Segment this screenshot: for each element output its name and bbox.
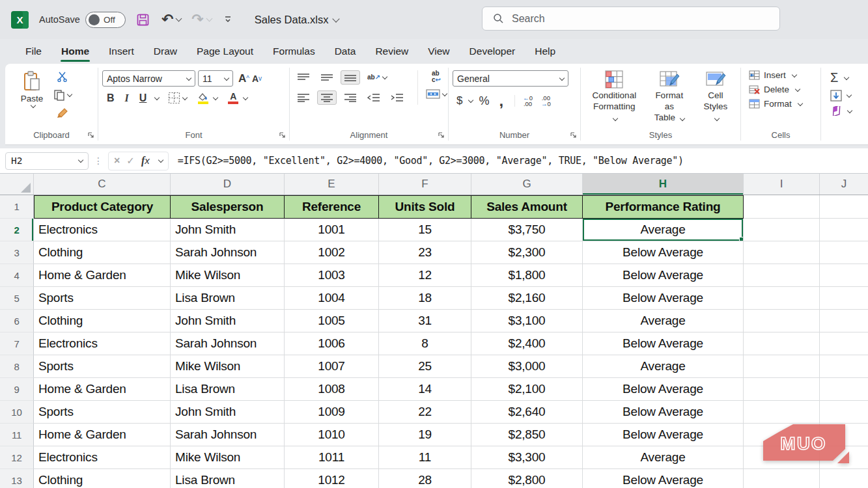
number-dialog-launcher[interactable] xyxy=(570,129,577,141)
enter-button[interactable]: ✓ xyxy=(126,155,135,167)
insert-cells-button[interactable]: Insert xyxy=(749,70,802,80)
cell[interactable] xyxy=(744,469,820,488)
underline-dropdown-icon[interactable] xyxy=(154,94,160,100)
column-header[interactable]: H xyxy=(583,174,744,195)
cell[interactable] xyxy=(820,264,868,287)
cell[interactable]: Below Average xyxy=(583,401,744,424)
select-all-button[interactable] xyxy=(0,174,34,195)
tab-file[interactable]: File xyxy=(16,39,51,64)
cell[interactable]: 1005 xyxy=(285,310,379,332)
cell[interactable] xyxy=(744,378,820,401)
row-header[interactable]: 5 xyxy=(0,287,34,310)
cell[interactable] xyxy=(744,401,820,424)
font-size-combo[interactable]: 11 xyxy=(198,70,233,87)
cell[interactable]: $2,640 xyxy=(471,401,583,424)
row-header[interactable]: 10 xyxy=(0,401,34,424)
document-title[interactable]: Sales Data.xlsx xyxy=(255,14,339,26)
cell[interactable]: Below Average xyxy=(583,332,744,355)
align-top-button[interactable] xyxy=(294,70,313,85)
header-cell[interactable]: Performance Rating xyxy=(583,195,744,219)
fill-button[interactable] xyxy=(830,90,851,102)
row-header[interactable]: 3 xyxy=(0,241,34,264)
cell[interactable]: 1006 xyxy=(285,332,379,355)
decrease-indent-button[interactable] xyxy=(364,90,384,105)
row-header[interactable]: 13 xyxy=(0,469,34,488)
decrease-decimal-button[interactable]: .00→0 xyxy=(538,95,554,107)
header-cell[interactable]: Product Category xyxy=(34,195,171,219)
cell[interactable]: 15 xyxy=(379,219,471,241)
copy-button[interactable] xyxy=(53,88,72,102)
cell[interactable]: $3,100 xyxy=(471,310,583,332)
cell-styles-button[interactable]: Cell Styles xyxy=(695,69,736,123)
cell[interactable] xyxy=(744,287,820,310)
borders-button[interactable] xyxy=(168,92,187,104)
column-header[interactable]: I xyxy=(744,174,820,195)
cell[interactable] xyxy=(744,195,820,219)
insert-dropdown-icon[interactable] xyxy=(792,72,797,77)
percent-button[interactable]: % xyxy=(475,94,493,108)
cell[interactable]: Electronics xyxy=(34,332,171,355)
cell[interactable] xyxy=(820,219,868,241)
cancel-button[interactable]: × xyxy=(114,155,120,167)
cell[interactable]: 23 xyxy=(379,241,471,264)
cell[interactable]: Clothing xyxy=(34,310,171,332)
underline-button[interactable]: U xyxy=(135,92,152,104)
row-header[interactable]: 1 xyxy=(0,195,34,219)
header-cell[interactable]: Salesperson xyxy=(171,195,285,219)
cell[interactable]: Electronics xyxy=(34,219,171,241)
tab-draw[interactable]: Draw xyxy=(144,39,187,64)
cell[interactable]: John Smith xyxy=(171,219,285,241)
row-header[interactable]: 2 xyxy=(0,219,34,241)
row-header[interactable]: 6 xyxy=(0,310,34,332)
autosum-button[interactable]: Σ xyxy=(830,70,848,85)
cell[interactable]: Lisa Brown xyxy=(171,378,285,401)
copy-dropdown-icon[interactable] xyxy=(67,92,72,97)
cell[interactable]: Sports xyxy=(34,355,171,378)
autosave-control[interactable]: AutoSave Off xyxy=(39,12,126,28)
autosave-toggle[interactable]: Off xyxy=(85,12,126,28)
increase-decimal-button[interactable]: ←0.00 xyxy=(514,95,536,107)
increase-indent-button[interactable] xyxy=(387,90,407,105)
column-header[interactable]: E xyxy=(285,174,379,195)
save-button[interactable] xyxy=(136,13,150,27)
row-header[interactable]: 8 xyxy=(0,355,34,378)
tab-data[interactable]: Data xyxy=(325,39,366,64)
column-header[interactable]: D xyxy=(171,174,285,195)
cell[interactable] xyxy=(744,264,820,287)
cell[interactable] xyxy=(820,195,868,219)
formula-bar-drag-handle-icon[interactable]: ⋮ xyxy=(94,156,103,166)
cell[interactable]: Below Average xyxy=(583,378,744,401)
font-name-combo[interactable]: Aptos Narrow xyxy=(102,70,195,87)
font-color-dropdown-icon[interactable] xyxy=(243,94,248,100)
borders-dropdown-icon[interactable] xyxy=(182,94,188,100)
cell[interactable] xyxy=(744,241,820,264)
cell[interactable]: $1,800 xyxy=(471,264,583,287)
tab-review[interactable]: Review xyxy=(365,39,418,64)
format-painter-button[interactable] xyxy=(53,107,72,120)
cut-button[interactable] xyxy=(53,70,72,83)
column-header[interactable]: F xyxy=(379,174,471,195)
delete-dropdown-icon[interactable] xyxy=(795,86,800,91)
cell[interactable]: Home & Garden xyxy=(34,424,171,446)
cell[interactable]: 1002 xyxy=(285,241,379,264)
cell[interactable] xyxy=(820,310,868,332)
tab-page-layout[interactable]: Page Layout xyxy=(187,39,263,64)
cell[interactable] xyxy=(820,241,868,264)
tab-formulas[interactable]: Formulas xyxy=(263,39,325,64)
cell[interactable]: Below Average xyxy=(583,287,744,310)
redo-button[interactable]: ↷ xyxy=(191,12,211,27)
cell[interactable]: 1003 xyxy=(285,264,379,287)
column-header[interactable]: C xyxy=(34,174,171,195)
cell[interactable]: John Smith xyxy=(171,401,285,424)
cell[interactable]: Below Average xyxy=(583,241,744,264)
row-header[interactable]: 4 xyxy=(0,264,34,287)
autosum-dropdown-icon[interactable] xyxy=(844,74,849,79)
row-header[interactable]: 9 xyxy=(0,378,34,401)
tab-view[interactable]: View xyxy=(418,39,459,64)
cell[interactable]: Clothing xyxy=(34,469,171,488)
cell[interactable]: $3,000 xyxy=(471,355,583,378)
format-dropdown-icon[interactable] xyxy=(798,100,803,105)
row-header[interactable]: 12 xyxy=(0,446,34,469)
cell[interactable] xyxy=(820,355,868,378)
column-header[interactable]: J xyxy=(820,174,868,195)
